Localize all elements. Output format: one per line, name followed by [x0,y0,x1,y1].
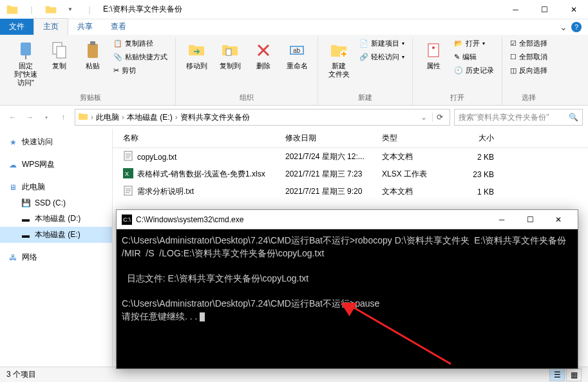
col-type[interactable]: 类型 [377,133,448,144]
edit-button[interactable]: ✎编辑 [451,51,497,63]
refresh-button[interactable]: ⟳ [432,113,447,122]
svg-rect-2 [57,46,66,58]
cmd-close-button[interactable]: ✕ [544,211,573,229]
selectall-button[interactable]: ☑全部选择 [507,37,550,50]
file-date: 2021/7/21 星期三 9:20 [280,186,377,197]
copypath-button[interactable]: 📋复制路径 [111,37,170,50]
ribbon-collapse-icon[interactable]: ⌄ [560,22,567,32]
copy-button[interactable]: 复制 [44,37,75,73]
search-icon: 🔍 [569,113,578,122]
copyto-button[interactable]: 复制到 [214,37,245,73]
cmd-maximize-button[interactable]: ☐ [516,211,544,229]
breadcrumb-bar[interactable]: › 此电脑 › 本地磁盘 (E:) › 资料共享文件夹备份 ⌄ ⟳ [75,109,450,126]
titlebar: | ▼ | E:\资料共享文件夹备份 ─ ☐ ✕ [0,0,588,19]
pasteshortcut-button[interactable]: 📎粘贴快捷方式 [111,51,170,63]
pin-button[interactable]: 固定到"快速访问" [10,37,41,90]
computer-icon: 🖥 [8,182,18,193]
file-name: copyLog.txt [137,153,176,162]
sidebar-ssd[interactable]: 💾 SSD (C:) [0,195,112,211]
search-input[interactable]: 搜索"资料共享文件夹备份" 🔍 [454,109,583,126]
cut-button[interactable]: ✂剪切 [111,64,170,77]
sidebar-diskd[interactable]: ▬ 本地磁盘 (D:) [0,211,112,227]
file-date: 2021/7/21 星期三 7:23 [280,169,377,180]
svg-point-10 [432,46,435,49]
selectnone-button[interactable]: ☐全部取消 [507,51,550,63]
rename-icon: ab [287,40,307,61]
open-button[interactable]: 📂打开▾ [451,37,497,50]
moveto-button[interactable]: 移动到 [181,37,212,73]
svg-text:ab: ab [293,47,301,54]
cmd-minimize-button[interactable]: ─ [488,211,516,229]
folder-small-icon[interactable] [44,3,58,17]
view-icons-button[interactable]: ▦ [566,368,582,381]
col-date[interactable]: 修改日期 [280,133,377,144]
history-button[interactable]: 🕘历史记录 [451,64,497,77]
file-row[interactable]: copyLog.txt2021/7/24 星期六 12:...文本文档2 KB [113,148,588,166]
easyaccess-icon: 🔗 [359,53,368,61]
rename-button[interactable]: ab 重命名 [281,37,312,73]
maximize-button[interactable]: ☐ [530,0,559,19]
qat-dropdown-icon[interactable]: ▼ [63,3,77,17]
tab-share[interactable]: 共享 [68,19,102,35]
sidebar: ★ 快速访问 ☁ WPS网盘 🖥 此电脑 💾 SSD (C:) ▬ 本地磁盘 (… [0,129,113,367]
easyaccess-button[interactable]: 🔗轻松访问▾ [357,51,407,63]
close-button[interactable]: ✕ [559,0,588,19]
ribbon: 固定到"快速访问" 复制 粘贴 📋复制路径 📎粘贴快捷方式 ✂剪切 剪贴板 移动… [0,35,588,106]
recent-button[interactable]: ▾ [39,110,54,125]
cmd-titlebar[interactable]: C:\ C:\Windows\system32\cmd.exe ─ ☐ ✕ [117,210,578,229]
forward-button[interactable]: → [22,110,37,125]
newitem-button[interactable]: 📄新建项目▾ [357,37,407,50]
tab-view[interactable]: 查看 [102,19,135,35]
minimize-button[interactable]: ─ [501,0,530,19]
column-headers: 名称 修改日期 类型 大小 [113,129,588,148]
newfolder-icon [328,40,349,61]
cmd-output[interactable]: C:\Users\Administrator\Desktop\7.24\CMD运… [117,229,578,328]
copypath-icon: 📋 [113,39,122,48]
help-icon[interactable]: ? [571,22,582,32]
open-icon: 📂 [454,39,463,48]
qat-sep2: | [82,3,97,17]
sidebar-quickaccess[interactable]: ★ 快速访问 [0,134,112,150]
svg-rect-0 [21,43,31,55]
drive-icon: ▬ [21,214,31,224]
sidebar-network[interactable]: 🖧 网络 [0,249,112,265]
file-icon [123,151,133,163]
file-type: 文本文档 [377,151,448,162]
paste-button[interactable]: 粘贴 [77,37,108,73]
tab-home[interactable]: 主页 [33,18,68,35]
back-button[interactable]: ← [5,110,21,125]
cmd-icon: C:\ [122,215,132,225]
col-name[interactable]: 名称 [113,133,280,144]
sidebar-wpscloud[interactable]: ☁ WPS网盘 [0,157,112,173]
view-details-button[interactable]: ☰ [549,368,565,381]
sidebar-thispc[interactable]: 🖥 此电脑 [0,179,112,195]
cmd-title-text: C:\Windows\system32\cmd.exe [136,215,243,224]
cut-icon: ✂ [113,66,119,75]
file-row[interactable]: 需求分析说明.txt2021/7/21 星期三 9:20文本文档1 KB [113,183,588,200]
addr-dropdown-icon[interactable]: ⌄ [417,113,431,122]
file-row[interactable]: X表格样式-销售数据-浅蓝色-免费1.xlsx2021/7/21 星期三 7:2… [113,166,588,183]
breadcrumb-drive[interactable]: 本地磁盘 (E:) [124,112,175,123]
pin-icon [15,40,36,61]
tab-file[interactable]: 文件 [0,19,33,35]
address-bar: ← → ▾ ↑ › 此电脑 › 本地磁盘 (E:) › 资料共享文件夹备份 ⌄ … [0,106,588,129]
sidebar-diske[interactable]: ▬ 本地磁盘 (E:) [0,227,112,243]
col-size[interactable]: 大小 [448,133,499,144]
drive-icon: 💾 [21,198,31,208]
file-type: XLSX 工作表 [377,169,448,180]
moveto-icon [186,40,207,61]
breadcrumb-computer[interactable]: 此电脑 [93,112,122,123]
newfolder-button[interactable]: 新建 文件夹 [323,37,354,81]
invertselect-button[interactable]: ◫反向选择 [507,64,550,77]
up-button[interactable]: ↑ [55,110,71,125]
delete-button[interactable]: 删除 [248,37,279,73]
properties-button[interactable]: 属性 [418,37,449,73]
properties-icon [423,40,444,61]
folder-icon[interactable] [5,3,19,17]
selectall-icon: ☑ [510,39,517,48]
drive-icon: ▬ [21,230,31,240]
invert-icon: ◫ [510,66,517,75]
breadcrumb-folder[interactable]: 资料共享文件夹备份 [178,112,252,123]
copy-icon [49,40,70,61]
svg-text:X: X [125,171,129,177]
